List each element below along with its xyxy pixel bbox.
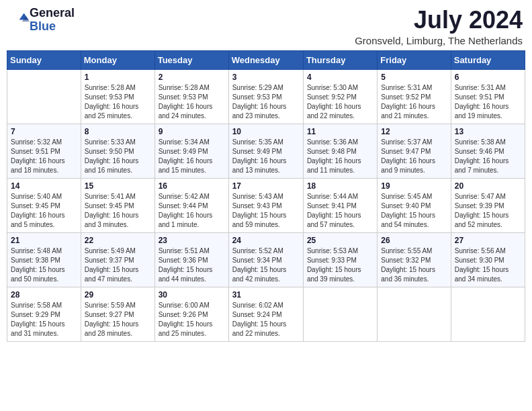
- calendar-day-cell: 5Sunrise: 5:31 AM Sunset: 9:52 PM Daylig…: [378, 69, 451, 124]
- calendar-week-row: 7Sunrise: 5:32 AM Sunset: 9:51 PM Daylig…: [7, 124, 525, 178]
- calendar-day-cell: 6Sunrise: 5:31 AM Sunset: 9:51 PM Daylig…: [451, 69, 525, 124]
- calendar-day-cell: 20Sunrise: 5:47 AM Sunset: 9:39 PM Dayli…: [451, 178, 525, 232]
- day-number: 9: [159, 127, 225, 136]
- day-info: Sunrise: 5:37 AM Sunset: 9:47 PM Dayligh…: [381, 138, 447, 175]
- day-number: 13: [455, 127, 521, 136]
- day-number: 18: [307, 181, 373, 191]
- day-number: 27: [455, 236, 521, 245]
- day-number: 10: [232, 127, 300, 136]
- calendar-day-cell: 26Sunrise: 5:55 AM Sunset: 9:32 PM Dayli…: [378, 232, 451, 287]
- calendar-day-cell: 16Sunrise: 5:42 AM Sunset: 9:44 PM Dayli…: [154, 178, 228, 232]
- day-number: 6: [455, 73, 521, 82]
- day-number: 11: [307, 127, 373, 136]
- day-info: Sunrise: 5:49 AM Sunset: 9:37 PM Dayligh…: [85, 246, 151, 284]
- calendar-day-cell: 22Sunrise: 5:49 AM Sunset: 9:37 PM Dayli…: [81, 232, 154, 287]
- calendar-day-cell: [378, 287, 451, 341]
- calendar-day-cell: 28Sunrise: 5:58 AM Sunset: 9:29 PM Dayli…: [7, 287, 81, 341]
- day-info: Sunrise: 5:59 AM Sunset: 9:27 PM Dayligh…: [85, 301, 151, 338]
- calendar-header-row: SundayMondayTuesdayWednesdayThursdayFrid…: [7, 50, 525, 69]
- day-number: 29: [85, 290, 151, 300]
- weekday-header: Friday: [378, 50, 451, 69]
- logo-general-text: General: [30, 6, 75, 19]
- month-year-title: July 2024: [355, 7, 523, 34]
- day-info: Sunrise: 5:32 AM Sunset: 9:51 PM Dayligh…: [11, 138, 77, 175]
- day-number: 8: [85, 127, 151, 136]
- day-info: Sunrise: 5:33 AM Sunset: 9:50 PM Dayligh…: [85, 138, 151, 175]
- weekday-header: Thursday: [303, 50, 377, 69]
- page-header: General Blue July 2024 Gronsveld, Limbur…: [7, 7, 525, 46]
- day-number: 25: [307, 236, 373, 245]
- day-info: Sunrise: 5:56 AM Sunset: 9:30 PM Dayligh…: [455, 246, 521, 284]
- calendar-day-cell: 3Sunrise: 5:29 AM Sunset: 9:53 PM Daylig…: [228, 69, 303, 124]
- day-info: Sunrise: 5:29 AM Sunset: 9:53 PM Dayligh…: [232, 83, 300, 121]
- day-number: 31: [232, 290, 300, 300]
- day-number: 3: [232, 73, 300, 82]
- calendar-day-cell: 21Sunrise: 5:48 AM Sunset: 9:38 PM Dayli…: [7, 232, 81, 287]
- day-number: 20: [455, 181, 521, 191]
- calendar-day-cell: 8Sunrise: 5:33 AM Sunset: 9:50 PM Daylig…: [81, 124, 154, 178]
- weekday-header: Monday: [81, 50, 154, 69]
- calendar-day-cell: 12Sunrise: 5:37 AM Sunset: 9:47 PM Dayli…: [378, 124, 451, 178]
- day-number: 1: [85, 73, 151, 82]
- calendar-day-cell: 1Sunrise: 5:28 AM Sunset: 9:53 PM Daylig…: [81, 69, 154, 124]
- day-info: Sunrise: 5:31 AM Sunset: 9:52 PM Dayligh…: [381, 83, 447, 121]
- calendar-day-cell: 7Sunrise: 5:32 AM Sunset: 9:51 PM Daylig…: [7, 124, 81, 178]
- location-subtitle: Gronsveld, Limburg, The Netherlands: [355, 35, 523, 46]
- day-info: Sunrise: 5:52 AM Sunset: 9:34 PM Dayligh…: [232, 246, 300, 284]
- calendar-day-cell: 4Sunrise: 5:30 AM Sunset: 9:52 PM Daylig…: [303, 69, 377, 124]
- calendar-day-cell: [451, 287, 525, 341]
- calendar-table: SundayMondayTuesdayWednesdayThursdayFrid…: [7, 50, 525, 342]
- calendar-day-cell: 13Sunrise: 5:38 AM Sunset: 9:46 PM Dayli…: [451, 124, 525, 178]
- day-info: Sunrise: 5:53 AM Sunset: 9:33 PM Dayligh…: [307, 246, 373, 284]
- day-info: Sunrise: 5:51 AM Sunset: 9:36 PM Dayligh…: [159, 246, 225, 284]
- calendar-week-row: 14Sunrise: 5:40 AM Sunset: 9:45 PM Dayli…: [7, 178, 525, 232]
- day-number: 22: [85, 236, 151, 245]
- logo-blue-text: Blue: [30, 19, 56, 33]
- day-info: Sunrise: 5:35 AM Sunset: 9:49 PM Dayligh…: [232, 138, 300, 175]
- calendar-week-row: 21Sunrise: 5:48 AM Sunset: 9:38 PM Dayli…: [7, 232, 525, 287]
- calendar-day-cell: 18Sunrise: 5:44 AM Sunset: 9:41 PM Dayli…: [303, 178, 377, 232]
- day-info: Sunrise: 5:58 AM Sunset: 9:29 PM Dayligh…: [11, 301, 77, 338]
- day-info: Sunrise: 5:34 AM Sunset: 9:49 PM Dayligh…: [159, 138, 225, 175]
- day-info: Sunrise: 5:38 AM Sunset: 9:46 PM Dayligh…: [455, 138, 521, 175]
- calendar-day-cell: 9Sunrise: 5:34 AM Sunset: 9:49 PM Daylig…: [154, 124, 228, 178]
- calendar-day-cell: 15Sunrise: 5:41 AM Sunset: 9:45 PM Dayli…: [81, 178, 154, 232]
- calendar-day-cell: 29Sunrise: 5:59 AM Sunset: 9:27 PM Dayli…: [81, 287, 154, 341]
- calendar-day-cell: 27Sunrise: 5:56 AM Sunset: 9:30 PM Dayli…: [451, 232, 525, 287]
- day-info: Sunrise: 5:43 AM Sunset: 9:43 PM Dayligh…: [232, 192, 300, 230]
- logo: General Blue: [9, 7, 75, 34]
- calendar-day-cell: 14Sunrise: 5:40 AM Sunset: 9:45 PM Dayli…: [7, 178, 81, 232]
- day-info: Sunrise: 5:55 AM Sunset: 9:32 PM Dayligh…: [381, 246, 447, 284]
- day-info: Sunrise: 5:48 AM Sunset: 9:38 PM Dayligh…: [11, 246, 77, 284]
- weekday-header: Wednesday: [228, 50, 303, 69]
- calendar-week-row: 1Sunrise: 5:28 AM Sunset: 9:53 PM Daylig…: [7, 69, 525, 124]
- day-number: 16: [159, 181, 225, 191]
- logo-icon: [11, 9, 30, 28]
- day-number: 28: [11, 290, 77, 300]
- calendar-day-cell: 17Sunrise: 5:43 AM Sunset: 9:43 PM Dayli…: [228, 178, 303, 232]
- day-info: Sunrise: 6:00 AM Sunset: 9:26 PM Dayligh…: [159, 301, 225, 338]
- day-info: Sunrise: 5:44 AM Sunset: 9:41 PM Dayligh…: [307, 192, 373, 230]
- calendar-day-cell: 31Sunrise: 6:02 AM Sunset: 9:24 PM Dayli…: [228, 287, 303, 341]
- calendar-day-cell: 2Sunrise: 5:28 AM Sunset: 9:53 PM Daylig…: [154, 69, 228, 124]
- day-number: 30: [159, 290, 225, 300]
- day-info: Sunrise: 5:28 AM Sunset: 9:53 PM Dayligh…: [85, 83, 151, 121]
- day-info: Sunrise: 5:28 AM Sunset: 9:53 PM Dayligh…: [159, 83, 225, 121]
- day-number: 12: [381, 127, 447, 136]
- day-number: 5: [381, 73, 447, 82]
- calendar-week-row: 28Sunrise: 5:58 AM Sunset: 9:29 PM Dayli…: [7, 287, 525, 341]
- day-number: 4: [307, 73, 373, 82]
- day-number: 26: [381, 236, 447, 245]
- day-info: Sunrise: 5:31 AM Sunset: 9:51 PM Dayligh…: [455, 83, 521, 121]
- calendar-day-cell: 25Sunrise: 5:53 AM Sunset: 9:33 PM Dayli…: [303, 232, 377, 287]
- day-number: 15: [85, 181, 151, 191]
- day-info: Sunrise: 5:41 AM Sunset: 9:45 PM Dayligh…: [85, 192, 151, 230]
- day-info: Sunrise: 5:47 AM Sunset: 9:39 PM Dayligh…: [455, 192, 521, 230]
- calendar-day-cell: 11Sunrise: 5:36 AM Sunset: 9:48 PM Dayli…: [303, 124, 377, 178]
- day-number: 19: [381, 181, 447, 191]
- calendar-day-cell: 10Sunrise: 5:35 AM Sunset: 9:49 PM Dayli…: [228, 124, 303, 178]
- day-info: Sunrise: 5:45 AM Sunset: 9:40 PM Dayligh…: [381, 192, 447, 230]
- day-number: 24: [232, 236, 300, 245]
- day-number: 21: [11, 236, 77, 245]
- calendar-day-cell: 19Sunrise: 5:45 AM Sunset: 9:40 PM Dayli…: [378, 178, 451, 232]
